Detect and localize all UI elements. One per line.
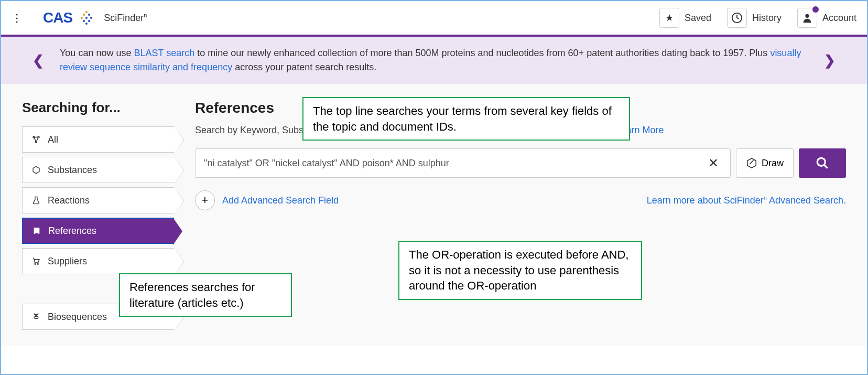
banner-prev-icon[interactable]: ❮ xyxy=(32,52,44,69)
tab-all-label: All xyxy=(48,134,58,145)
saved-button[interactable]: ★ Saved xyxy=(659,8,711,28)
announcement-banner: ❮ You can now use BLAST search to mine o… xyxy=(1,37,867,84)
star-icon: ★ xyxy=(665,12,674,24)
callout-top-line: The top line searches your terms from se… xyxy=(302,97,630,141)
tab-all[interactable]: All xyxy=(22,126,174,153)
brand-name: SciFindern xyxy=(104,12,147,24)
book-icon xyxy=(31,226,42,235)
svg-point-15 xyxy=(37,263,38,264)
callout-references: References searches for literature (arti… xyxy=(119,273,292,317)
add-field-row: + Add Advanced Search Field Learn more a… xyxy=(195,190,846,210)
flask-icon xyxy=(31,196,41,205)
svg-point-7 xyxy=(88,20,90,22)
history-label: History xyxy=(752,13,782,24)
blast-search-link[interactable]: BLAST search xyxy=(134,48,194,58)
nodes-icon xyxy=(31,135,41,144)
app-header: ⋮ CAS SciFindern ★ Saved History A xyxy=(1,1,867,37)
clock-icon xyxy=(731,12,743,24)
tab-references-label: References xyxy=(48,226,96,237)
svg-point-8 xyxy=(90,17,92,19)
sidebar-heading: Searching for... xyxy=(22,100,174,116)
banner-text: You can now use BLAST search to mine our… xyxy=(60,46,808,74)
cart-icon xyxy=(31,257,41,265)
svg-point-3 xyxy=(85,11,88,13)
tab-biosequences-label: Biosequences xyxy=(48,312,107,323)
tab-substances-label: Substances xyxy=(48,165,97,176)
menu-dots-icon[interactable]: ⋮ xyxy=(12,12,22,24)
svg-point-12 xyxy=(38,136,39,138)
svg-point-10 xyxy=(805,14,809,18)
advanced-search-learn-link[interactable]: Learn more about SciFindern Advanced Sea… xyxy=(647,195,846,206)
history-button[interactable]: History xyxy=(727,8,782,28)
svg-point-5 xyxy=(85,23,88,25)
search-button[interactable] xyxy=(799,148,846,178)
svg-point-4 xyxy=(85,17,88,19)
plus-icon: + xyxy=(202,194,209,207)
tab-references[interactable]: References xyxy=(22,218,174,244)
saved-label: Saved xyxy=(685,13,711,24)
person-icon xyxy=(801,12,813,24)
svg-point-16 xyxy=(817,158,825,166)
svg-point-2 xyxy=(83,20,85,22)
dna-icon xyxy=(31,312,41,322)
add-field-button[interactable]: + xyxy=(195,190,215,210)
svg-point-1 xyxy=(83,14,85,16)
search-icon xyxy=(816,156,829,170)
svg-point-14 xyxy=(35,263,36,264)
svg-point-11 xyxy=(33,136,35,138)
hexagon-icon xyxy=(31,165,41,175)
add-field-link[interactable]: Add Advanced Search Field xyxy=(222,195,339,206)
callout-or-operation: The OR-operation is executed before AND,… xyxy=(398,241,642,300)
tab-substances[interactable]: Substances xyxy=(22,157,174,183)
clear-icon[interactable]: ✕ xyxy=(705,156,722,170)
draw-button[interactable]: Draw xyxy=(736,148,794,178)
notification-dot-icon xyxy=(812,6,819,13)
cas-dots-icon xyxy=(79,10,94,26)
tab-suppliers-label: Suppliers xyxy=(48,256,87,267)
tab-reactions[interactable]: Reactions xyxy=(22,187,174,213)
search-box: ✕ xyxy=(195,148,731,178)
svg-point-13 xyxy=(36,141,37,143)
banner-next-icon[interactable]: ❯ xyxy=(824,52,836,69)
draw-label: Draw xyxy=(762,158,784,169)
account-button[interactable]: Account xyxy=(797,8,856,28)
account-label: Account xyxy=(822,13,856,24)
search-row: ✕ Draw xyxy=(195,148,846,178)
tab-suppliers[interactable]: Suppliers xyxy=(22,248,174,274)
header-right: ★ Saved History Account xyxy=(659,8,856,28)
tab-reactions-label: Reactions xyxy=(48,195,90,206)
hexagon-pencil-icon xyxy=(746,157,757,169)
svg-point-6 xyxy=(88,14,90,16)
cas-logo-text: CAS xyxy=(43,9,72,26)
svg-point-0 xyxy=(81,17,83,19)
search-input[interactable] xyxy=(204,158,705,169)
logo-area[interactable]: CAS SciFindern xyxy=(43,9,147,26)
